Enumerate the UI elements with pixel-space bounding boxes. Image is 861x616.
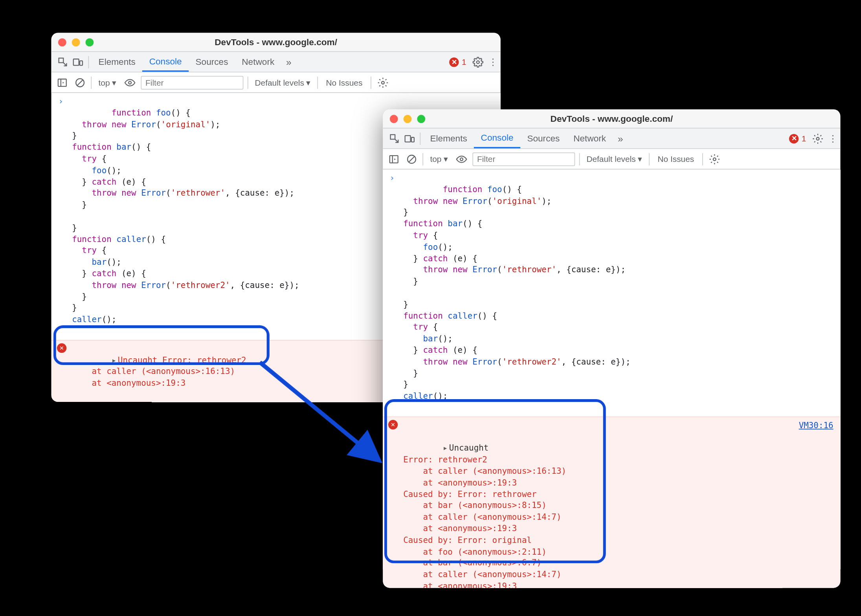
tab-network[interactable]: Network [567,128,613,148]
error-stack: Error: rethrower2 at caller (<anonymous>… [404,455,567,588]
clear-console-icon[interactable] [73,77,87,88]
tab-elements[interactable]: Elements [92,52,142,72]
filter-input[interactable] [141,75,243,89]
svg-point-9 [382,81,384,84]
levels-dropdown[interactable]: Default levels ▾ [584,154,644,163]
svg-rect-4 [58,79,66,86]
prompt-icon: › [58,96,63,107]
tab-sources[interactable]: Sources [520,128,567,148]
levels-label: Default levels [255,77,304,87]
tab-bar: Elements Console Sources Network » ✕ 1 ⋮ [383,128,840,149]
svg-rect-2 [80,60,83,65]
context-label: top [99,77,110,87]
eye-icon[interactable] [123,77,137,88]
window-title: DevTools - www.google.com/ [383,114,840,124]
tab-network[interactable]: Network [235,52,281,72]
kebab-icon[interactable]: ⋮ [825,133,840,143]
error-header: Uncaught [449,443,489,453]
gear-icon[interactable] [470,57,485,68]
prompt-icon: › [390,172,395,183]
console-input-echo: ›function foo() { throw new Error('origi… [383,170,840,416]
sidebar-toggle-icon[interactable] [55,77,69,88]
inspect-icon[interactable] [55,57,70,68]
devtools-window-after: DevTools - www.google.com/ Elements Cons… [383,109,840,588]
gear-icon[interactable] [810,133,825,144]
svg-rect-11 [405,135,411,141]
close-icon[interactable] [58,38,66,46]
levels-label: Default levels [586,154,635,163]
console-settings-icon[interactable] [707,154,722,165]
svg-point-18 [460,158,463,160]
context-dropdown[interactable]: top ▾ [96,77,119,87]
more-tabs-icon[interactable]: » [613,133,628,144]
console-toolbar: top ▾ Default levels ▾ No Issues [51,72,501,93]
svg-line-7 [77,80,83,85]
filter-input[interactable] [472,152,575,166]
device-icon[interactable] [70,57,85,68]
expand-icon[interactable]: ▸ [111,355,116,365]
error-count: 1 [802,134,806,143]
issues-label[interactable]: No Issues [322,77,367,87]
svg-rect-12 [411,137,414,142]
error-message[interactable]: VM30:16 ✕▸Uncaught Error: rethrower2 at … [383,416,840,588]
source-link[interactable]: VM30:16 [799,420,833,431]
clear-console-icon[interactable] [405,154,419,165]
error-badge[interactable]: ✕ 1 [789,134,810,143]
svg-rect-10 [391,134,395,139]
window-title: DevTools - www.google.com/ [51,37,501,47]
error-count: 1 [462,57,466,66]
minimize-icon[interactable] [72,38,80,46]
svg-rect-1 [73,59,79,65]
titlebar[interactable]: DevTools - www.google.com/ [51,33,501,52]
error-circle-icon: ✕ [57,343,66,352]
tab-console[interactable]: Console [142,52,189,72]
more-tabs-icon[interactable]: » [281,57,296,68]
error-circle-icon: ✕ [388,420,398,429]
inspect-icon[interactable] [387,133,402,144]
svg-point-19 [713,158,716,160]
tab-console[interactable]: Console [474,128,520,148]
zoom-icon[interactable] [417,114,425,123]
error-circle-icon: ✕ [789,134,799,143]
close-icon[interactable] [390,114,398,123]
chevron-down-icon: ▾ [444,154,448,163]
tab-elements[interactable]: Elements [423,128,474,148]
context-label: top [430,154,441,163]
expand-icon[interactable]: ▸ [443,443,448,453]
console-settings-icon[interactable] [375,77,390,88]
chevron-down-icon: ▾ [112,77,116,87]
error-badge[interactable]: ✕ 1 [450,57,470,66]
svg-rect-14 [390,155,398,163]
minimize-icon[interactable] [404,114,412,123]
chevron-down-icon: ▾ [638,154,642,163]
device-icon[interactable] [402,133,417,144]
titlebar[interactable]: DevTools - www.google.com/ [383,109,840,128]
sidebar-toggle-icon[interactable] [387,154,401,165]
tab-sources[interactable]: Sources [189,52,235,72]
svg-rect-0 [59,58,64,62]
svg-line-17 [409,156,415,162]
eye-icon[interactable] [455,154,468,165]
zoom-icon[interactable] [86,38,94,46]
console-toolbar: top ▾ Default levels ▾ No Issues [383,149,840,169]
svg-point-8 [129,81,131,84]
error-circle-icon: ✕ [450,57,459,66]
chevron-down-icon: ▾ [306,77,310,87]
kebab-icon[interactable]: ⋮ [485,57,500,67]
tab-bar: Elements Console Sources Network » ✕ 1 ⋮ [51,52,501,72]
issues-label[interactable]: No Issues [654,154,698,163]
svg-point-3 [477,60,479,63]
levels-dropdown[interactable]: Default levels ▾ [252,77,313,87]
context-dropdown[interactable]: top ▾ [428,154,451,163]
console-body[interactable]: ›function foo() { throw new Error('origi… [383,170,840,588]
svg-point-13 [817,137,819,140]
